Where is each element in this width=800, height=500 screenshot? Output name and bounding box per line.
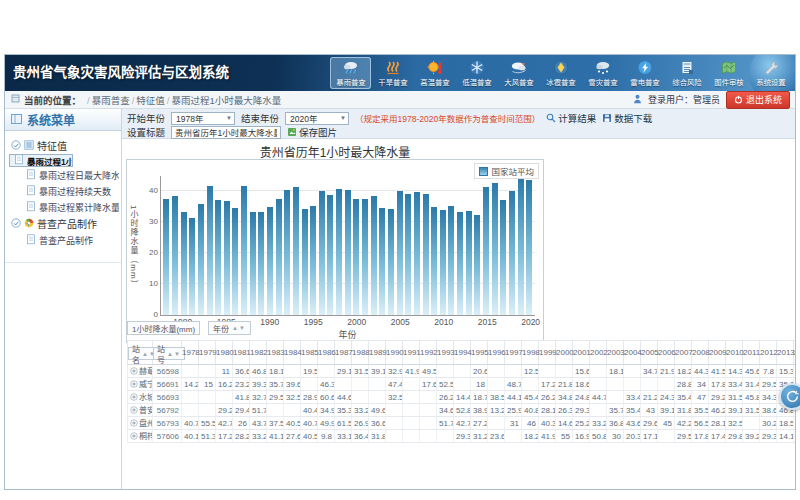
tree-group[interactable]: 特征值 — [9, 137, 119, 154]
calculate-button[interactable]: 计算结果 — [546, 111, 596, 125]
year-header[interactable]: 2008 — [692, 341, 709, 365]
bar-1988 — [250, 212, 256, 315]
year-header[interactable]: 2013 — [777, 341, 794, 365]
toolbar-item-lightning[interactable]: 雷电普查 — [624, 57, 665, 89]
year-header[interactable]: 1978 — [182, 341, 199, 365]
expand-row-icon[interactable] — [130, 406, 138, 416]
floating-assistant-button[interactable] — [779, 383, 800, 410]
value-cell: 35.7 — [607, 404, 624, 417]
y-tick-label: 10 — [149, 279, 158, 288]
value-cell: 55.5 — [199, 417, 216, 430]
year-header[interactable]: 2000 — [556, 341, 573, 365]
year-header[interactable]: 1996 — [488, 341, 505, 365]
tree-item[interactable]: 暴雨过程持续天数 — [9, 183, 119, 199]
expander-icon[interactable] — [11, 218, 21, 230]
year-header[interactable]: 1992 — [420, 341, 437, 365]
station-name: 赫章 — [128, 365, 153, 378]
year-sort-chip[interactable]: 年份▲▼ — [208, 321, 251, 335]
expand-row-icon[interactable] — [130, 380, 138, 390]
year-header[interactable]: 1994 — [454, 341, 471, 365]
tree-item[interactable]: 暴雨过程日最大降水量 — [9, 167, 119, 183]
toolbar-item-system-settings[interactable]: 系统设置 — [750, 57, 791, 89]
metric-filter-chip[interactable]: 1小时降水量(mm) — [127, 321, 200, 335]
logout-button[interactable]: 退出系统 — [726, 91, 790, 109]
expand-row-icon[interactable] — [130, 367, 138, 377]
expand-row-icon[interactable] — [130, 419, 138, 429]
station-year-table: 站名▲▼站号▲▼19781979198019811982198319841985… — [127, 340, 795, 443]
toolbar-item-high-temp[interactable]: 高温普查 — [414, 57, 455, 89]
year-header[interactable]: 1979 — [199, 341, 216, 365]
breadcrumb-link[interactable]: 暴雨普查 — [92, 95, 130, 106]
bar-1998 — [336, 189, 342, 315]
toolbar-item-drought[interactable]: 干旱普查 — [372, 57, 413, 89]
toolbar-item-snow[interactable]: 雪灾普查 — [582, 57, 623, 89]
value-cell: 40.8 — [522, 404, 539, 417]
year-header[interactable]: 2012 — [760, 341, 777, 365]
year-header[interactable]: 1997 — [505, 341, 522, 365]
start-year-select[interactable]: 1978年▼ — [171, 112, 235, 125]
table-row[interactable]: 水城5669341.832.729.532.528.960.644.632.52… — [128, 391, 796, 404]
table-row[interactable]: 桐梓5760640.151.317.228.233.241.127.640.59… — [128, 430, 796, 443]
toolbar-item-hail[interactable]: 冰雹普查 — [540, 57, 581, 89]
value-cell: 47 — [692, 391, 709, 404]
tree-item[interactable]: 暴雨过程累计降水量 — [9, 199, 119, 215]
year-header[interactable]: 1983 — [267, 341, 284, 365]
year-header[interactable]: 1993 — [437, 341, 454, 365]
year-header[interactable]: 1981 — [233, 341, 250, 365]
year-header[interactable]: 1988 — [352, 341, 369, 365]
value-cell: 25.2 — [573, 417, 590, 430]
year-header[interactable]: 1991 — [403, 341, 420, 365]
year-header[interactable]: 1982 — [250, 341, 267, 365]
year-header[interactable]: 2010 — [726, 341, 743, 365]
year-header[interactable]: 2003 — [607, 341, 624, 365]
toolbar-item-map-review[interactable]: 图件审核 — [708, 57, 749, 89]
value-cell: 14.2 — [182, 378, 199, 391]
year-header[interactable]: 2002 — [590, 341, 607, 365]
chart-section: 贵州省历年1小时最大降水量 国家站平均 1小时降水量（mm） 010203040… — [122, 139, 795, 347]
table-row[interactable]: 威宁5669114.21516.223.239.335.739.646.347.… — [128, 378, 796, 391]
year-header[interactable]: 1984 — [284, 341, 301, 365]
value-cell: 29.3 — [454, 430, 471, 443]
table-row[interactable]: 普安5679229.229.451.740.434.935.333.249.63… — [128, 404, 796, 417]
value-cell: 9.8 — [318, 430, 335, 443]
comprehensive-risk-icon — [678, 59, 696, 75]
expand-row-icon[interactable] — [130, 393, 138, 403]
table-row[interactable]: 盘州5679340.755.542.72643.737.540.540.749.… — [128, 417, 796, 430]
toolbar-item-low-temp[interactable]: 低温普查 — [456, 57, 497, 89]
end-year-select[interactable]: 2020年▼ — [285, 112, 349, 125]
year-header[interactable]: 2004 — [624, 341, 641, 365]
year-header[interactable]: 1998 — [522, 341, 539, 365]
data-download-button[interactable]: 数据下载 — [602, 111, 652, 125]
sort-station-id[interactable]: 站号▲▼ — [153, 347, 185, 360]
year-header[interactable]: 2011 — [743, 341, 760, 365]
expand-row-icon[interactable] — [130, 432, 138, 442]
toolbar-item-rainstorm[interactable]: 暴雨普查 — [330, 57, 371, 89]
year-header[interactable]: 2001 — [573, 341, 590, 365]
year-header[interactable]: 1987 — [335, 341, 352, 365]
year-header[interactable]: 1990 — [386, 341, 403, 365]
year-header[interactable]: 1980 — [216, 341, 233, 365]
table-row[interactable]: 赫章565981136.646.818.119.529.131.539.132.… — [128, 365, 796, 378]
year-header[interactable]: 1985 — [301, 341, 318, 365]
year-header[interactable]: 2005 — [641, 341, 658, 365]
year-header[interactable]: 1995 — [471, 341, 488, 365]
year-header[interactable]: 1989 — [369, 341, 386, 365]
tree-item[interactable]: 暴雨过程1小时最大降水量 — [9, 154, 73, 167]
year-header[interactable]: 2007 — [675, 341, 692, 365]
year-header[interactable]: 2006 — [658, 341, 675, 365]
year-header[interactable]: 2014 — [794, 341, 796, 365]
breadcrumb-link[interactable]: 特征值 — [136, 95, 165, 106]
tree-item[interactable]: 普查产品制作 — [9, 232, 119, 248]
save-image-button[interactable]: 保存图片 — [287, 125, 337, 139]
year-header[interactable]: 1999 — [539, 341, 556, 365]
chart-title-input[interactable] — [171, 126, 281, 139]
breadcrumb-bar: 当前的位置： /暴雨普查/特征值/暴雨过程1小时最大降水量 登录用户：管理员 退… — [5, 91, 795, 109]
year-header[interactable]: 1986 — [318, 341, 335, 365]
tree-group[interactable]: 普查产品制作 — [9, 215, 119, 232]
breadcrumb-separator: / — [167, 95, 170, 106]
expander-icon[interactable] — [11, 140, 21, 152]
toolbar-item-comprehensive-risk[interactable]: 综合风险 — [666, 57, 707, 89]
breadcrumb-link[interactable]: 暴雨过程1小时最大降水量 — [171, 95, 281, 106]
year-header[interactable]: 2009 — [709, 341, 726, 365]
toolbar-item-wind[interactable]: 大风普查 — [498, 57, 539, 89]
